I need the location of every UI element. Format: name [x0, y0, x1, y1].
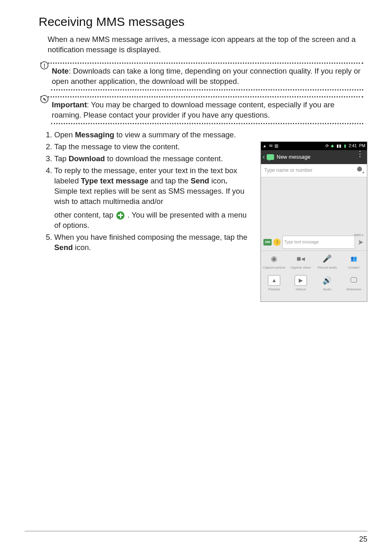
- microphone-icon: 🎤: [321, 253, 333, 264]
- step-5: When you have finished composing the mes…: [54, 232, 252, 253]
- divider: [40, 63, 363, 64]
- slideshow-icon: 🖵: [348, 275, 360, 286]
- message-icon: [267, 154, 274, 160]
- message-area: [261, 177, 367, 234]
- attach-audio[interactable]: 🔊 Audio: [314, 273, 341, 294]
- video-camera-icon: ■◂: [295, 253, 307, 264]
- signal-icon: ▮▮: [337, 144, 341, 148]
- section-heading: Receiving MMS messages: [39, 15, 367, 29]
- overflow-menu-button[interactable]: ⋮: [356, 153, 364, 155]
- clock-time: 2:41: [349, 144, 357, 148]
- emoji-button[interactable]: [273, 239, 281, 246]
- mail-icon: ✉: [269, 144, 272, 148]
- camera-icon: ◉: [268, 253, 280, 264]
- attach-record-audio[interactable]: 🎤 Record audio: [314, 251, 341, 273]
- note-block: ! Note: Downloads can take a long time, …: [40, 63, 363, 90]
- step-1: Open Messaging to view a summary of the …: [54, 130, 252, 140]
- pen-icon: ✎: [40, 100, 52, 108]
- play-icon: ▶: [295, 275, 307, 286]
- important-text: : You may be charged to download message…: [52, 100, 334, 119]
- attach-videos[interactable]: ▶ Videos: [288, 273, 314, 294]
- clock-ampm: PM: [358, 144, 365, 148]
- note-text: : Downloads can take a long time, depend…: [52, 67, 360, 86]
- header-title: New message: [277, 154, 310, 160]
- compose-bar: SMS:1 SIM Type text message ➤: [261, 234, 367, 250]
- message-input[interactable]: Type text message: [282, 236, 355, 249]
- step-4: To reply to the message, enter your text…: [54, 166, 252, 231]
- battery-icon: ▮: [344, 144, 346, 148]
- intro-paragraph: When a new MMS message arrives, a messag…: [48, 35, 359, 55]
- add-contact-button[interactable]: [356, 167, 364, 174]
- important-label: Important: [52, 100, 87, 109]
- important-block: ✎ Important: You may be charged to downl…: [40, 96, 363, 124]
- note-label: Note: [52, 67, 69, 75]
- sync-icon: ⟳: [325, 144, 329, 148]
- contact-icon: 👥: [348, 253, 360, 264]
- sim-chip[interactable]: SIM: [263, 239, 272, 246]
- step-3: Tap Download to download the message con…: [54, 154, 252, 164]
- sms-counter: SMS:1: [354, 233, 364, 237]
- picture-icon: ▲: [268, 275, 280, 286]
- picture-icon: ▧: [274, 144, 278, 148]
- divider: [51, 89, 363, 90]
- recipient-row: Type name or number: [261, 164, 367, 177]
- speaker-icon: 🔊: [321, 275, 333, 286]
- warning-icon: ▲: [263, 144, 267, 148]
- wifi-icon: ◆: [331, 144, 334, 148]
- status-bar: ▲ ✉ ▧ ⟳ ◆ ▮▮ ▮ 2:41 PM: [261, 142, 367, 150]
- attachment-grid: ◉ Capture picture ■◂ Capture video 🎤 Rec…: [261, 250, 367, 294]
- alert-icon: !: [40, 66, 52, 74]
- footer-divider: [25, 531, 367, 531]
- send-button[interactable]: ➤: [357, 238, 364, 247]
- attach-pictures[interactable]: ▲ Pictures: [261, 273, 288, 294]
- divider: [51, 123, 363, 124]
- page-number: 25: [359, 535, 367, 544]
- attach-contact[interactable]: 👥 Contact: [341, 251, 367, 273]
- attach-capture-picture[interactable]: ◉ Capture picture: [261, 251, 288, 273]
- back-button[interactable]: ‹: [261, 153, 267, 161]
- attach-slideshow[interactable]: 🖵 Slideshow: [341, 273, 367, 294]
- attach-capture-video[interactable]: ■◂ Capture video: [288, 251, 314, 273]
- phone-screenshot: ▲ ✉ ▧ ⟳ ◆ ▮▮ ▮ 2:41 PM ‹ New message ⋮: [261, 141, 367, 302]
- divider: [40, 96, 363, 97]
- app-header: ‹ New message ⋮: [261, 150, 367, 164]
- plus-icon: [116, 211, 125, 220]
- recipient-input[interactable]: Type name or number: [264, 167, 312, 173]
- steps-list: Open Messaging to view a summary of the …: [43, 130, 252, 302]
- step-2: Tap the message to view the content.: [54, 142, 252, 152]
